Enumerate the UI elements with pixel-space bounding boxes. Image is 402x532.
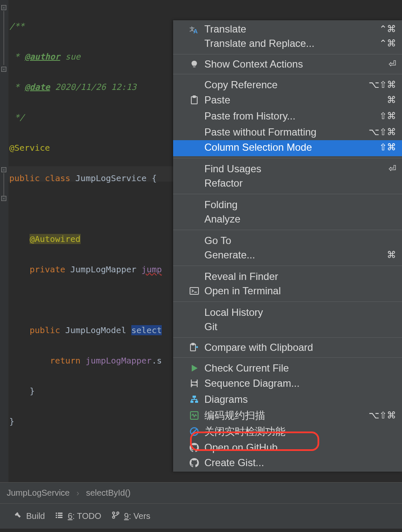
- menu-shortcut: ⌃⌘: [379, 38, 396, 49]
- fold-icon[interactable]: -: [1, 67, 6, 72]
- vcs-mnemonic: 9: [124, 511, 129, 521]
- menu-paste-history[interactable]: Paste from History... ⇧⌘: [173, 108, 402, 124]
- doc-close: */: [9, 112, 24, 122]
- menu-diagrams[interactable]: Diagrams: [173, 391, 402, 407]
- menu-shortcut: ⌘: [387, 95, 396, 106]
- menu-local-history[interactable]: Local History: [173, 304, 402, 320]
- menu-label: 关闭实时检测功能: [204, 425, 285, 438]
- menu-label: Show Context Actions: [204, 58, 303, 70]
- todo-tool-button[interactable]: 6: TODO: [55, 511, 101, 521]
- svg-point-8: [117, 512, 119, 514]
- menu-reveal-finder[interactable]: Reveal in Finder: [173, 268, 402, 284]
- fold-icon[interactable]: -: [1, 167, 6, 172]
- menu-translate-replace[interactable]: Translate and Replace... ⌃⌘: [173, 36, 402, 52]
- doc-date-tag: @date: [24, 82, 50, 92]
- menu-label: Copy Reference: [204, 79, 277, 91]
- menu-label: Sequence Diagram...: [204, 377, 299, 389]
- svg-rect-13: [190, 288, 198, 294]
- menu-column-selection[interactable]: Column Selection Mode ⇧⌘: [173, 140, 402, 156]
- menu-shortcut: ⇧⌘: [379, 142, 396, 153]
- menu-label: Git: [204, 321, 217, 333]
- menu-analyze[interactable]: Analyze: [173, 212, 402, 228]
- menu-copy-reference[interactable]: Copy Reference ⌥⇧⌘: [173, 76, 402, 92]
- github-icon: [188, 457, 200, 469]
- menu-label: Diagrams: [204, 394, 248, 405]
- menu-refactor[interactable]: Refactor: [173, 176, 402, 192]
- fold-icon[interactable]: -: [1, 196, 6, 201]
- svg-rect-20: [195, 401, 198, 403]
- menu-label: Generate...: [204, 249, 255, 261]
- menu-find-usages[interactable]: Find Usages ⏎: [173, 160, 402, 176]
- type-model: JumpLogModel: [60, 325, 131, 335]
- menu-shortcut: ⌥⇧⌘: [369, 410, 396, 421]
- build-tool-button[interactable]: Build: [14, 511, 45, 521]
- menu-separator: [173, 301, 402, 302]
- todo-mnemonic: 6: [68, 511, 72, 521]
- menu-paste-noformat[interactable]: Paste without Formatting ⌥⇧⌘: [173, 124, 402, 140]
- doc-date-val: 2020/11/26 12:13: [50, 82, 136, 92]
- list-icon: [55, 511, 63, 521]
- menu-folding[interactable]: Folding: [173, 196, 402, 212]
- menu-show-context-actions[interactable]: Show Context Actions ⏎: [173, 56, 402, 72]
- menu-label: Check Current File: [204, 362, 289, 374]
- menu-open-terminal[interactable]: Open in Terminal: [173, 284, 402, 300]
- menu-label: Local History: [204, 307, 263, 318]
- terminal-icon: [188, 285, 200, 297]
- menu-label: Column Selection Mode: [204, 141, 312, 153]
- breadcrumbs-bar: JumpLogService › selectById(): [0, 482, 402, 503]
- class-name: JumpLogService {: [71, 173, 157, 183]
- todo-label: : TODO: [73, 511, 101, 521]
- kw-public: public: [9, 173, 40, 183]
- menu-check-current-file[interactable]: Check Current File: [173, 359, 402, 375]
- vcs-tool-button[interactable]: 9: Vers: [111, 511, 150, 521]
- menu-label: Translate and Replace...: [204, 38, 315, 49]
- doc-open: /**: [9, 21, 24, 31]
- menu-separator: [173, 54, 402, 54]
- menu-translate[interactable]: 文A Translate ⌃⌘: [173, 20, 402, 36]
- menu-code-scan[interactable]: 编码规约扫描 ⌥⇧⌘: [173, 407, 402, 423]
- svg-rect-18: [193, 396, 196, 398]
- menu-git[interactable]: Git: [173, 320, 402, 336]
- menu-open-github[interactable]: Open on GitHub: [173, 440, 402, 456]
- kw-private: private: [30, 264, 65, 274]
- menu-label: Paste from History...: [204, 110, 296, 122]
- menu-paste[interactable]: Paste ⌘: [173, 92, 402, 108]
- menu-label: Paste without Formatting: [204, 126, 316, 138]
- menu-label: Create Gist...: [204, 457, 264, 469]
- svg-point-7: [112, 516, 114, 518]
- breadcrumb-separator: ›: [76, 488, 79, 498]
- paste-icon: [188, 94, 200, 106]
- menu-disable-realtime[interactable]: 关闭实时检测功能: [173, 423, 402, 440]
- doc-author-val: sue: [60, 52, 80, 62]
- menu-shortcut: ⌥⇧⌘: [369, 127, 396, 138]
- menu-generate[interactable]: Generate... ⌘: [173, 248, 402, 264]
- menu-goto[interactable]: Go To: [173, 232, 402, 248]
- menu-label: Paste: [204, 94, 230, 106]
- editor-gutter: - - - -: [0, 0, 8, 482]
- anno-service: @Service: [9, 143, 50, 153]
- menu-label: Reveal in Finder: [204, 271, 278, 282]
- play-icon: [188, 362, 200, 374]
- menu-compare-clipboard[interactable]: Compare with Clipboard: [173, 339, 402, 356]
- breadcrumb-method[interactable]: selectById(): [79, 488, 138, 498]
- svg-rect-5: [58, 517, 62, 518]
- editor-context-menu[interactable]: 文A Translate ⌃⌘ Translate and Replace...…: [173, 20, 402, 472]
- svg-rect-0: [56, 513, 57, 514]
- github-icon: [188, 442, 200, 453]
- menu-sequence-diagram[interactable]: Sequence Diagram...: [173, 375, 402, 391]
- doc-author-tag: @author: [24, 52, 60, 62]
- svg-rect-1: [58, 513, 62, 514]
- kw-class: class: [45, 173, 70, 183]
- breadcrumb-class[interactable]: JumpLogService: [0, 488, 76, 498]
- menu-label: Find Usages: [204, 163, 261, 175]
- kw-return: return: [50, 356, 80, 366]
- svg-rect-2: [56, 515, 57, 516]
- menu-shortcut: ⌥⇧⌘: [369, 79, 396, 90]
- scan-icon: [188, 410, 200, 421]
- svg-point-6: [112, 512, 114, 514]
- menu-separator: [173, 230, 402, 230]
- menu-label: Translate: [204, 23, 246, 35]
- menu-create-gist[interactable]: Create Gist...: [173, 456, 402, 472]
- menu-label: Analyze: [204, 213, 240, 225]
- fold-icon[interactable]: -: [1, 5, 6, 10]
